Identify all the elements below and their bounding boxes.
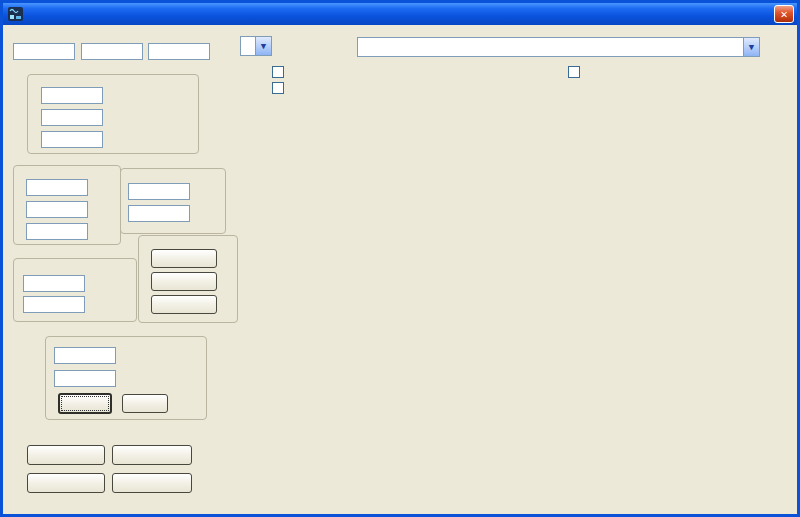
step-response-window: ✕ ▼ ▼ xyxy=(0,0,800,517)
motion-j-input[interactable] xyxy=(26,223,88,240)
servo-group xyxy=(138,235,238,323)
save-data-button[interactable] xyxy=(112,445,192,465)
i-input[interactable] xyxy=(81,43,143,60)
close-icon: ✕ xyxy=(780,7,787,21)
close-button[interactable]: ✕ xyxy=(774,5,794,23)
gain-input[interactable] xyxy=(23,296,85,313)
position-checkbox[interactable] xyxy=(272,82,284,94)
channel-select[interactable]: ▼ xyxy=(240,36,272,56)
chevron-down-icon[interactable]: ▼ xyxy=(743,38,759,56)
feed-forward-group xyxy=(120,168,226,234)
close-dialog-button[interactable] xyxy=(27,473,105,493)
zero-button[interactable] xyxy=(151,272,217,291)
ff-a-input[interactable] xyxy=(128,205,190,222)
titlebar[interactable]: ✕ xyxy=(3,3,797,25)
app-icon xyxy=(8,6,24,22)
help-button[interactable] xyxy=(27,445,105,465)
step-button[interactable] xyxy=(122,394,168,413)
d-input[interactable] xyxy=(148,43,210,60)
chevron-down-icon[interactable]: ▼ xyxy=(255,37,271,55)
plot-select[interactable]: ▼ xyxy=(357,37,760,57)
disable-button[interactable] xyxy=(151,249,217,268)
max-error-input[interactable] xyxy=(41,131,103,148)
step-group xyxy=(45,336,207,420)
load-data-button[interactable] xyxy=(112,473,192,493)
motion-v-input[interactable] xyxy=(26,179,88,196)
dead-band-group xyxy=(13,258,137,322)
output-checkbox[interactable] xyxy=(568,66,580,78)
p-input[interactable] xyxy=(13,43,75,60)
max-integrator-input[interactable] xyxy=(41,109,103,126)
range-input[interactable] xyxy=(23,275,85,292)
motion-a-input[interactable] xyxy=(26,201,88,218)
client-area: ▼ ▼ xyxy=(3,25,797,514)
max-limits-group xyxy=(27,74,199,154)
size-input[interactable] xyxy=(54,370,116,387)
motion-profile-group xyxy=(13,165,121,245)
enable-button[interactable] xyxy=(151,295,217,314)
time-input[interactable] xyxy=(54,347,116,364)
step-response-chart xyxy=(250,100,798,490)
command-checkbox[interactable] xyxy=(272,66,284,78)
ff-v-input[interactable] xyxy=(128,183,190,200)
max-output-input[interactable] xyxy=(41,87,103,104)
move-button[interactable] xyxy=(58,393,112,414)
